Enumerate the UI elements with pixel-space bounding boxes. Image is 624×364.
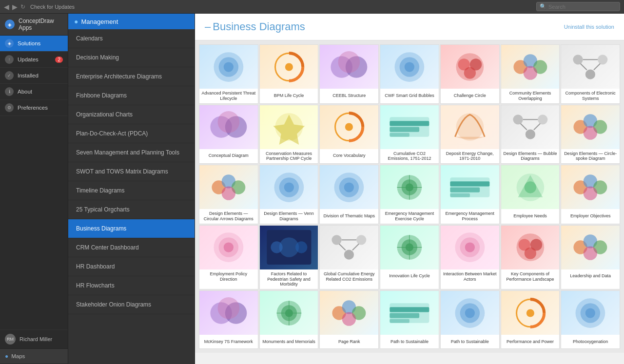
grid-thumb — [199, 291, 258, 335]
svg-rect-63 — [450, 193, 470, 197]
grid-item[interactable]: Design Elements — Venn Diagrams — [259, 165, 319, 224]
grid-item[interactable]: Design Elements — Circular Arrows Diagra… — [199, 165, 258, 224]
app-label: ConceptDraw Apps — [19, 18, 63, 31]
search-box[interactable]: 🔍 — [536, 2, 620, 11]
grid-item[interactable]: BPM Life Cycle — [259, 44, 319, 104]
grid-item[interactable]: Design Elements — Bubble Diagrams — [501, 105, 560, 164]
sidebar-item-solutions[interactable]: ◈ Solutions — [0, 36, 68, 52]
grid-item[interactable]: Conceptual Diagram — [199, 105, 258, 164]
grid-item[interactable]: Monuments and Memorials — [259, 290, 319, 349]
grid-item[interactable]: Factors Related to Pedestrian Safety and… — [259, 225, 319, 289]
forward-button[interactable]: ▶ — [12, 3, 18, 11]
grid-thumb — [441, 165, 499, 209]
svg-rect-114 — [390, 313, 419, 318]
grid-item[interactable]: Employer Objectives — [561, 165, 620, 224]
grid-item-label: Interaction Between Market Actors — [441, 269, 499, 284]
svg-line-24 — [594, 63, 600, 70]
grid-thumb — [260, 105, 318, 149]
grid-item[interactable]: Photooxygenation — [561, 290, 620, 349]
preferences-icon: ⚙ — [5, 103, 14, 112]
middle-panel-item[interactable]: Stakeholder Onion Diagrams — [68, 295, 195, 314]
grid-thumb — [561, 165, 620, 209]
sidebar-maps-item[interactable]: ● Maps — [0, 348, 68, 364]
middle-panel-item[interactable]: Plan-Do-Check-Act (PDCA) — [68, 124, 195, 143]
svg-point-81 — [344, 250, 354, 260]
svg-line-83 — [339, 244, 346, 250]
grid-item[interactable]: Innovation Life Cycle — [380, 225, 439, 289]
middle-panel-item[interactable]: CRM Center Dashboard — [68, 238, 195, 257]
grid-item[interactable]: Challenge Circle — [440, 44, 500, 104]
sidebar-item-label: Updates — [18, 57, 39, 62]
grid-item[interactable]: Deposit Energy Change, 1971-2010 — [440, 105, 500, 164]
grid-thumb — [561, 226, 620, 269]
grid-item[interactable]: Page Rank — [319, 290, 379, 349]
middle-panel-item[interactable]: Seven Management and Planning Tools — [68, 143, 195, 162]
grid-thumb — [561, 45, 620, 89]
refresh-button[interactable]: ↻ — [20, 3, 25, 10]
grid-thumb — [380, 105, 439, 149]
grid-item[interactable]: Advanced Persistent Threat Lifecycle — [199, 44, 258, 104]
grid-item[interactable]: Core Vocabulary — [319, 105, 379, 164]
check-updates-label[interactable]: Check for Updates — [30, 4, 75, 10]
grid-thumb — [199, 226, 258, 269]
grid-item-label: Path to Sustainable — [441, 335, 499, 348]
back-button[interactable]: ◀ — [4, 3, 9, 11]
installed-icon: ✓ — [5, 71, 14, 80]
svg-point-7 — [338, 51, 360, 73]
middle-panel-item[interactable]: Timeline Diagrams — [68, 181, 195, 200]
grid-item[interactable]: Employment Policy Direction — [199, 225, 258, 289]
middle-panel-item[interactable]: Fishbone Diagrams — [68, 86, 195, 105]
grid-item[interactable]: Emergency Management Process — [440, 165, 500, 224]
grid-item[interactable]: Key Components of Performance Landscape — [501, 225, 560, 289]
svg-line-40 — [520, 124, 526, 130]
sidebar: ◈ ConceptDraw Apps ◈ Solutions ↑ Updates… — [0, 14, 68, 364]
sidebar-nav: ◈ Solutions ↑ Updates 2 ✓ Installed ℹ Ab… — [0, 36, 68, 329]
svg-point-21 — [585, 69, 595, 79]
grid-item[interactable]: Performance and Power — [501, 290, 560, 349]
grid-item[interactable]: Employee Needs — [501, 165, 560, 224]
sidebar-app-item[interactable]: ◈ ConceptDraw Apps — [0, 14, 68, 36]
grid-item[interactable]: CEEBL Structure — [319, 44, 379, 104]
content-header: –Business Diagrams Uninstall this soluti… — [195, 14, 624, 40]
middle-panel-item[interactable]: 25 Typical Orgcharts — [68, 200, 195, 219]
search-input[interactable] — [548, 4, 617, 10]
grid-item[interactable]: Leadership and Data — [561, 225, 620, 289]
sidebar-item-about[interactable]: ℹ About — [0, 84, 68, 100]
svg-point-71 — [584, 186, 597, 200]
uninstall-link[interactable]: Uninstall this solution — [564, 24, 614, 30]
middle-panel-item[interactable]: Calendars — [68, 29, 195, 48]
middle-panel-item[interactable]: Decision Making — [68, 48, 195, 67]
grid-thumb — [320, 105, 378, 149]
grid-item[interactable]: Cumulative CO2 Emissions, 1751-2012 — [380, 105, 439, 164]
grid-item[interactable]: CWF Smart Grid Bubbles — [380, 44, 439, 104]
grid-thumb — [441, 291, 499, 335]
svg-rect-115 — [390, 319, 410, 323]
grid-item[interactable]: Path to Sustainable — [380, 290, 439, 349]
middle-panel-item[interactable]: HR Dashboard — [68, 257, 195, 276]
grid-item-label: CWF Smart Grid Bubbles — [380, 89, 439, 102]
sidebar-item-installed[interactable]: ✓ Installed — [0, 68, 68, 84]
grid-thumb — [501, 291, 560, 335]
grid-thumb — [380, 291, 439, 335]
sidebar-item-updates[interactable]: ↑ Updates 2 — [0, 52, 68, 68]
grid-item[interactable]: Division of Thematic Maps — [319, 165, 379, 224]
grid-item[interactable]: Global Cumulative Energy Related CO2 Emi… — [319, 225, 379, 289]
middle-panel-item[interactable]: Business Diagrams — [68, 219, 195, 238]
middle-panel-item[interactable]: Enterprise Architecture Diagrams — [68, 67, 195, 86]
svg-point-18 — [523, 66, 537, 79]
grid-item[interactable]: McKinsey 7S Framework — [199, 290, 258, 349]
grid-item-label: Cumulative CO2 Emissions, 1751-2012 — [380, 149, 439, 164]
grid-item[interactable]: Interaction Between Market Actors — [440, 225, 500, 289]
middle-panel-item[interactable]: Organizational Charts — [68, 105, 195, 124]
grid-item[interactable]: Emergency Management Exercise Cycle — [380, 165, 439, 224]
grid-item[interactable]: Path to Sustainable — [440, 290, 500, 349]
grid-item[interactable]: Conservation Measures Partnership CMP Cy… — [259, 105, 319, 164]
sidebar-item-preferences[interactable]: ⚙ Preferences — [0, 100, 68, 116]
grid-thumb — [260, 45, 318, 89]
middle-panel-item[interactable]: SWOT and TOWS Matrix Diagrams — [68, 162, 195, 181]
grid-item[interactable]: Design Elements — Circle-spoke Diagram — [561, 105, 620, 164]
grid-item[interactable]: Components of Electronic Systems — [561, 44, 620, 104]
middle-panel-item[interactable]: HR Flowcharts — [68, 276, 195, 295]
grid-item-label: Conservation Measures Partnership CMP Cy… — [260, 149, 318, 164]
grid-item[interactable]: Community Elements Overlapping — [501, 44, 560, 104]
